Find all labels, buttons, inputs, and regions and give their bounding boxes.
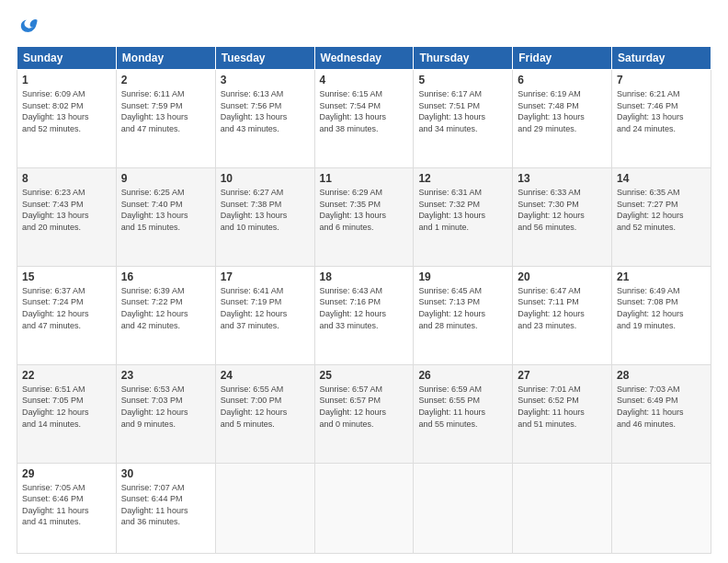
week-row-1: 1Sunrise: 6:09 AM Sunset: 8:02 PM Daylig… bbox=[17, 70, 711, 168]
calendar-cell: 12Sunrise: 6:31 AM Sunset: 7:32 PM Dayli… bbox=[414, 167, 513, 266]
calendar-cell: 25Sunrise: 6:57 AM Sunset: 6:57 PM Dayli… bbox=[314, 364, 414, 463]
cell-content: Sunrise: 6:37 AM Sunset: 7:24 PM Dayligh… bbox=[22, 285, 111, 331]
day-number: 4 bbox=[320, 74, 409, 86]
header bbox=[17, 17, 711, 37]
calendar-cell: 15Sunrise: 6:37 AM Sunset: 7:24 PM Dayli… bbox=[17, 266, 117, 364]
day-number: 13 bbox=[518, 172, 607, 185]
day-number: 14 bbox=[617, 172, 706, 185]
week-row-2: 8Sunrise: 6:23 AM Sunset: 7:43 PM Daylig… bbox=[17, 167, 711, 266]
week-row-4: 22Sunrise: 6:51 AM Sunset: 7:05 PM Dayli… bbox=[17, 364, 711, 463]
cell-content: Sunrise: 6:19 AM Sunset: 7:48 PM Dayligh… bbox=[518, 88, 607, 134]
calendar-cell: 22Sunrise: 6:51 AM Sunset: 7:05 PM Dayli… bbox=[17, 364, 117, 463]
calendar-cell: 6Sunrise: 6:19 AM Sunset: 7:48 PM Daylig… bbox=[513, 70, 612, 168]
day-number: 25 bbox=[320, 369, 409, 382]
calendar-cell: 14Sunrise: 6:35 AM Sunset: 7:27 PM Dayli… bbox=[612, 167, 711, 266]
cell-content: Sunrise: 6:45 AM Sunset: 7:13 PM Dayligh… bbox=[418, 285, 507, 331]
day-number: 15 bbox=[22, 270, 111, 283]
day-number: 19 bbox=[418, 270, 507, 283]
header-friday: Friday bbox=[513, 47, 612, 70]
cell-content: Sunrise: 6:29 AM Sunset: 7:35 PM Dayligh… bbox=[320, 187, 409, 233]
calendar-cell: 7Sunrise: 6:21 AM Sunset: 7:46 PM Daylig… bbox=[612, 70, 711, 168]
header-sunday: Sunday bbox=[17, 47, 117, 70]
calendar-cell: 16Sunrise: 6:39 AM Sunset: 7:22 PM Dayli… bbox=[116, 266, 215, 364]
header-monday: Monday bbox=[116, 47, 215, 70]
cell-content: Sunrise: 6:57 AM Sunset: 6:57 PM Dayligh… bbox=[320, 384, 409, 430]
cell-content: Sunrise: 6:31 AM Sunset: 7:32 PM Dayligh… bbox=[418, 187, 507, 233]
day-number: 18 bbox=[320, 270, 409, 283]
cell-content: Sunrise: 6:33 AM Sunset: 7:30 PM Dayligh… bbox=[518, 187, 607, 233]
cell-content: Sunrise: 6:51 AM Sunset: 7:05 PM Dayligh… bbox=[22, 384, 111, 430]
week-row-5: 29Sunrise: 7:05 AM Sunset: 6:46 PM Dayli… bbox=[17, 463, 711, 553]
cell-content: Sunrise: 6:15 AM Sunset: 7:54 PM Dayligh… bbox=[320, 88, 409, 134]
calendar-cell: 5Sunrise: 6:17 AM Sunset: 7:51 PM Daylig… bbox=[414, 70, 513, 168]
cell-content: Sunrise: 6:09 AM Sunset: 8:02 PM Dayligh… bbox=[22, 88, 111, 134]
calendar-cell: 30Sunrise: 7:07 AM Sunset: 6:44 PM Dayli… bbox=[116, 463, 215, 553]
day-number: 1 bbox=[22, 74, 111, 86]
day-number: 26 bbox=[418, 369, 507, 382]
day-number: 17 bbox=[221, 270, 310, 283]
cell-content: Sunrise: 7:05 AM Sunset: 6:46 PM Dayligh… bbox=[22, 482, 111, 528]
calendar-cell: 17Sunrise: 6:41 AM Sunset: 7:19 PM Dayli… bbox=[215, 266, 314, 364]
logo-bird-icon bbox=[18, 17, 39, 37]
cell-content: Sunrise: 7:07 AM Sunset: 6:44 PM Dayligh… bbox=[121, 482, 210, 528]
header-thursday: Thursday bbox=[414, 47, 513, 70]
day-number: 12 bbox=[418, 172, 507, 185]
cell-content: Sunrise: 6:59 AM Sunset: 6:55 PM Dayligh… bbox=[418, 384, 507, 430]
cell-content: Sunrise: 7:01 AM Sunset: 6:52 PM Dayligh… bbox=[518, 384, 607, 430]
day-number: 11 bbox=[320, 172, 409, 185]
day-number: 28 bbox=[617, 369, 706, 382]
calendar-cell: 21Sunrise: 6:49 AM Sunset: 7:08 PM Dayli… bbox=[612, 266, 711, 364]
cell-content: Sunrise: 6:35 AM Sunset: 7:27 PM Dayligh… bbox=[617, 187, 706, 233]
cell-content: Sunrise: 6:39 AM Sunset: 7:22 PM Dayligh… bbox=[121, 285, 210, 331]
header-tuesday: Tuesday bbox=[215, 47, 314, 70]
calendar-cell: 4Sunrise: 6:15 AM Sunset: 7:54 PM Daylig… bbox=[314, 70, 414, 168]
calendar-cell: 2Sunrise: 6:11 AM Sunset: 7:59 PM Daylig… bbox=[116, 70, 215, 168]
calendar-cell: 19Sunrise: 6:45 AM Sunset: 7:13 PM Dayli… bbox=[414, 266, 513, 364]
cell-content: Sunrise: 6:41 AM Sunset: 7:19 PM Dayligh… bbox=[221, 285, 310, 331]
calendar-cell: 24Sunrise: 6:55 AM Sunset: 7:00 PM Dayli… bbox=[215, 364, 314, 463]
header-wednesday: Wednesday bbox=[314, 47, 414, 70]
calendar-cell: 8Sunrise: 6:23 AM Sunset: 7:43 PM Daylig… bbox=[17, 167, 117, 266]
day-number: 9 bbox=[121, 172, 210, 185]
day-number: 23 bbox=[121, 369, 210, 382]
day-number: 10 bbox=[221, 172, 310, 185]
cell-content: Sunrise: 6:43 AM Sunset: 7:16 PM Dayligh… bbox=[320, 285, 409, 331]
calendar-cell bbox=[612, 463, 711, 553]
cell-content: Sunrise: 7:03 AM Sunset: 6:49 PM Dayligh… bbox=[617, 384, 706, 430]
cell-content: Sunrise: 6:13 AM Sunset: 7:56 PM Dayligh… bbox=[221, 88, 310, 134]
week-row-3: 15Sunrise: 6:37 AM Sunset: 7:24 PM Dayli… bbox=[17, 266, 711, 364]
day-number: 24 bbox=[221, 369, 310, 382]
calendar-cell: 11Sunrise: 6:29 AM Sunset: 7:35 PM Dayli… bbox=[314, 167, 414, 266]
day-number: 16 bbox=[121, 270, 210, 283]
day-number: 5 bbox=[418, 74, 507, 86]
calendar-cell: 28Sunrise: 7:03 AM Sunset: 6:49 PM Dayli… bbox=[612, 364, 711, 463]
calendar-cell: 13Sunrise: 6:33 AM Sunset: 7:30 PM Dayli… bbox=[513, 167, 612, 266]
day-number: 8 bbox=[22, 172, 111, 185]
header-saturday: Saturday bbox=[612, 47, 711, 70]
calendar-cell: 1Sunrise: 6:09 AM Sunset: 8:02 PM Daylig… bbox=[17, 70, 117, 168]
cell-content: Sunrise: 6:11 AM Sunset: 7:59 PM Dayligh… bbox=[121, 88, 210, 134]
calendar-cell: 18Sunrise: 6:43 AM Sunset: 7:16 PM Dayli… bbox=[314, 266, 414, 364]
cell-content: Sunrise: 6:47 AM Sunset: 7:11 PM Dayligh… bbox=[518, 285, 607, 331]
page: SundayMondayTuesdayWednesdayThursdayFrid… bbox=[0, 0, 728, 563]
calendar-header-row: SundayMondayTuesdayWednesdayThursdayFrid… bbox=[17, 47, 711, 70]
calendar-cell bbox=[314, 463, 414, 553]
cell-content: Sunrise: 6:23 AM Sunset: 7:43 PM Dayligh… bbox=[22, 187, 111, 233]
day-number: 3 bbox=[221, 74, 310, 86]
day-number: 2 bbox=[121, 74, 210, 86]
calendar-cell: 10Sunrise: 6:27 AM Sunset: 7:38 PM Dayli… bbox=[215, 167, 314, 266]
day-number: 21 bbox=[617, 270, 706, 283]
calendar-cell: 20Sunrise: 6:47 AM Sunset: 7:11 PM Dayli… bbox=[513, 266, 612, 364]
calendar-cell: 3Sunrise: 6:13 AM Sunset: 7:56 PM Daylig… bbox=[215, 70, 314, 168]
cell-content: Sunrise: 6:49 AM Sunset: 7:08 PM Dayligh… bbox=[617, 285, 706, 331]
day-number: 30 bbox=[121, 467, 210, 480]
calendar-cell bbox=[215, 463, 314, 553]
calendar-cell: 29Sunrise: 7:05 AM Sunset: 6:46 PM Dayli… bbox=[17, 463, 117, 553]
day-number: 29 bbox=[22, 467, 111, 480]
day-number: 27 bbox=[518, 369, 607, 382]
calendar-cell: 9Sunrise: 6:25 AM Sunset: 7:40 PM Daylig… bbox=[116, 167, 215, 266]
cell-content: Sunrise: 6:27 AM Sunset: 7:38 PM Dayligh… bbox=[221, 187, 310, 233]
day-number: 20 bbox=[518, 270, 607, 283]
day-number: 6 bbox=[518, 74, 607, 86]
calendar-table: SundayMondayTuesdayWednesdayThursdayFrid… bbox=[17, 46, 711, 554]
